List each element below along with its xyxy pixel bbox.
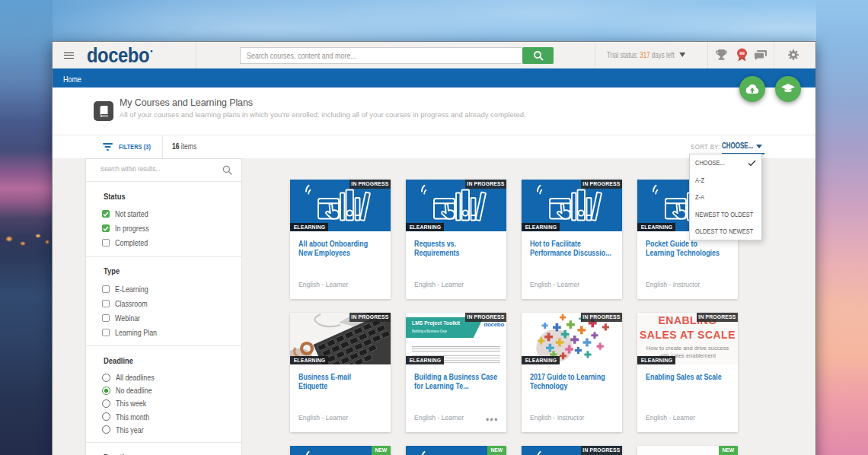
svg-text:99: 99 (739, 51, 745, 56)
